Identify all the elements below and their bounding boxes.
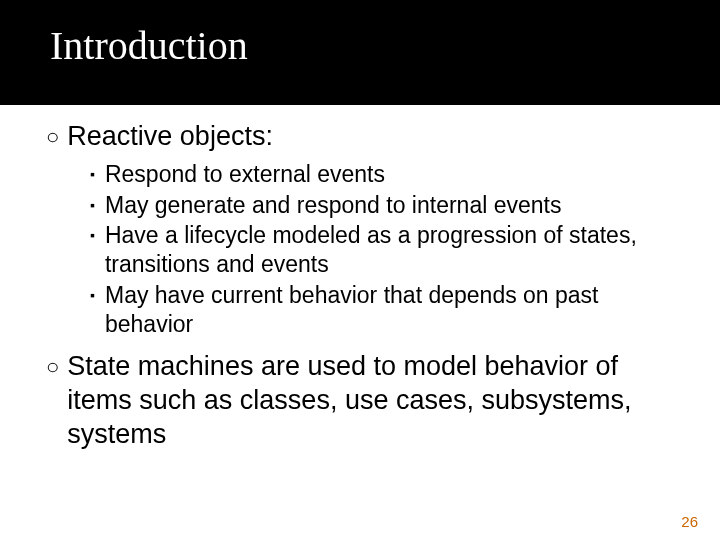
bullet-text: May have current behavior that depends o… [105, 281, 650, 339]
bullet-level2: ▪ Respond to external events [90, 160, 650, 189]
spacer [46, 340, 666, 350]
slide: Introduction ○ Reactive objects: ▪ Respo… [0, 0, 720, 540]
square-bullet-icon: ▪ [90, 221, 95, 249]
square-bullet-icon: ▪ [90, 281, 95, 309]
bullet-text: Have a lifecycle modeled as a progressio… [105, 221, 650, 279]
bullet-text: May generate and respond to internal eve… [105, 191, 561, 220]
bullet-level2: ▪ May generate and respond to internal e… [90, 191, 650, 220]
circle-bullet-icon: ○ [46, 120, 59, 153]
circle-bullet-icon: ○ [46, 350, 59, 383]
slide-title: Introduction [50, 22, 720, 69]
bullet-level1: ○ State machines are used to model behav… [46, 350, 666, 451]
page-number: 26 [681, 513, 698, 530]
square-bullet-icon: ▪ [90, 160, 95, 188]
bullet-text: Respond to external events [105, 160, 385, 189]
bullet-level1: ○ Reactive objects: [46, 120, 666, 154]
bullet-level2: ▪ May have current behavior that depends… [90, 281, 650, 339]
slide-body: ○ Reactive objects: ▪ Respond to externa… [46, 120, 666, 458]
square-bullet-icon: ▪ [90, 191, 95, 219]
bullet-text: Reactive objects: [67, 120, 273, 154]
bullet-level2: ▪ Have a lifecycle modeled as a progress… [90, 221, 650, 279]
bullet-text: State machines are used to model behavio… [67, 350, 666, 451]
title-bar: Introduction [0, 0, 720, 105]
